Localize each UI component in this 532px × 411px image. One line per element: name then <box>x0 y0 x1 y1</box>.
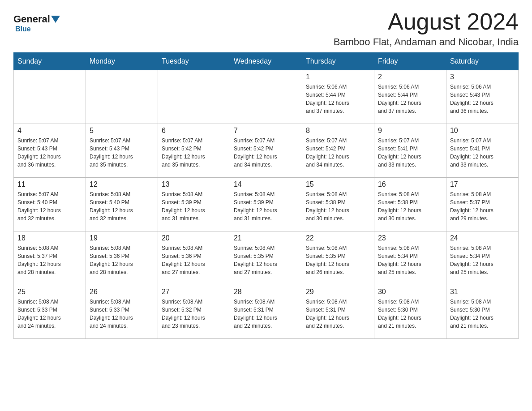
day-info: Sunrise: 5:08 AM Sunset: 5:30 PM Dayligh… <box>378 298 442 330</box>
calendar-cell: 26Sunrise: 5:08 AM Sunset: 5:33 PM Dayli… <box>86 285 158 339</box>
calendar-cell: 3Sunrise: 5:06 AM Sunset: 5:43 PM Daylig… <box>446 70 518 124</box>
calendar-subtitle: Bamboo Flat, Andaman and Nicobar, India <box>334 36 519 48</box>
day-info: Sunrise: 5:07 AM Sunset: 5:40 PM Dayligh… <box>17 190 82 223</box>
day-number: 22 <box>306 234 370 242</box>
day-number: 18 <box>17 234 82 242</box>
weekday-header-saturday: Saturday <box>446 53 518 70</box>
day-info: Sunrise: 5:07 AM Sunset: 5:43 PM Dayligh… <box>90 137 154 169</box>
day-number: 16 <box>378 180 442 188</box>
day-number: 28 <box>234 288 298 296</box>
calendar-cell: 14Sunrise: 5:08 AM Sunset: 5:39 PM Dayli… <box>230 178 302 231</box>
day-info: Sunrise: 5:08 AM Sunset: 5:31 PM Dayligh… <box>306 298 370 330</box>
week-row-3: 11Sunrise: 5:07 AM Sunset: 5:40 PM Dayli… <box>14 178 519 231</box>
calendar-cell: 7Sunrise: 5:07 AM Sunset: 5:42 PM Daylig… <box>230 124 302 178</box>
logo: General Blue <box>13 13 61 33</box>
calendar-cell <box>230 70 302 124</box>
day-info: Sunrise: 5:08 AM Sunset: 5:37 PM Dayligh… <box>17 244 82 276</box>
day-number: 1 <box>306 73 370 81</box>
day-number: 26 <box>90 288 154 296</box>
day-info: Sunrise: 5:07 AM Sunset: 5:42 PM Dayligh… <box>306 137 370 169</box>
weekday-header-thursday: Thursday <box>302 53 374 70</box>
week-row-1: 1Sunrise: 5:06 AM Sunset: 5:44 PM Daylig… <box>14 70 519 124</box>
day-number: 10 <box>450 127 515 135</box>
day-number: 13 <box>162 180 226 188</box>
calendar-cell: 10Sunrise: 5:07 AM Sunset: 5:41 PM Dayli… <box>446 124 518 178</box>
day-info: Sunrise: 5:08 AM Sunset: 5:38 PM Dayligh… <box>306 190 370 223</box>
day-info: Sunrise: 5:06 AM Sunset: 5:44 PM Dayligh… <box>306 83 370 115</box>
day-number: 27 <box>162 288 226 296</box>
day-number: 17 <box>450 180 515 188</box>
calendar-cell: 17Sunrise: 5:08 AM Sunset: 5:37 PM Dayli… <box>446 178 518 231</box>
calendar-cell: 30Sunrise: 5:08 AM Sunset: 5:30 PM Dayli… <box>374 285 446 339</box>
calendar-cell: 5Sunrise: 5:07 AM Sunset: 5:43 PM Daylig… <box>86 124 158 178</box>
calendar-cell: 11Sunrise: 5:07 AM Sunset: 5:40 PM Dayli… <box>14 178 86 231</box>
day-info: Sunrise: 5:08 AM Sunset: 5:33 PM Dayligh… <box>17 298 82 330</box>
day-info: Sunrise: 5:08 AM Sunset: 5:34 PM Dayligh… <box>378 244 442 276</box>
day-number: 3 <box>450 73 515 81</box>
day-number: 4 <box>17 127 82 135</box>
calendar-cell: 28Sunrise: 5:08 AM Sunset: 5:31 PM Dayli… <box>230 285 302 339</box>
calendar-cell: 25Sunrise: 5:08 AM Sunset: 5:33 PM Dayli… <box>14 285 86 339</box>
calendar-cell <box>14 70 86 124</box>
weekday-header-wednesday: Wednesday <box>230 53 302 70</box>
calendar-cell: 24Sunrise: 5:08 AM Sunset: 5:34 PM Dayli… <box>446 231 518 285</box>
calendar-cell: 20Sunrise: 5:08 AM Sunset: 5:36 PM Dayli… <box>158 231 230 285</box>
calendar-cell: 21Sunrise: 5:08 AM Sunset: 5:35 PM Dayli… <box>230 231 302 285</box>
calendar-title: August 2024 <box>334 9 519 34</box>
logo-general-text: General <box>13 13 50 25</box>
day-info: Sunrise: 5:06 AM Sunset: 5:44 PM Dayligh… <box>378 83 442 115</box>
day-number: 23 <box>378 234 442 242</box>
day-info: Sunrise: 5:08 AM Sunset: 5:33 PM Dayligh… <box>90 298 154 330</box>
week-row-2: 4Sunrise: 5:07 AM Sunset: 5:43 PM Daylig… <box>14 124 519 178</box>
day-number: 29 <box>306 288 370 296</box>
calendar-cell: 13Sunrise: 5:08 AM Sunset: 5:39 PM Dayli… <box>158 178 230 231</box>
day-number: 5 <box>90 127 154 135</box>
day-number: 14 <box>234 180 298 188</box>
calendar-cell: 8Sunrise: 5:07 AM Sunset: 5:42 PM Daylig… <box>302 124 374 178</box>
calendar-cell: 18Sunrise: 5:08 AM Sunset: 5:37 PM Dayli… <box>14 231 86 285</box>
week-row-4: 18Sunrise: 5:08 AM Sunset: 5:37 PM Dayli… <box>14 231 519 285</box>
calendar-cell <box>158 70 230 124</box>
calendar-table: SundayMondayTuesdayWednesdayThursdayFrid… <box>13 52 519 339</box>
calendar-cell: 23Sunrise: 5:08 AM Sunset: 5:34 PM Dayli… <box>374 231 446 285</box>
calendar-cell: 31Sunrise: 5:08 AM Sunset: 5:30 PM Dayli… <box>446 285 518 339</box>
day-info: Sunrise: 5:08 AM Sunset: 5:34 PM Dayligh… <box>450 244 515 276</box>
day-number: 21 <box>234 234 298 242</box>
day-number: 12 <box>90 180 154 188</box>
day-number: 15 <box>306 180 370 188</box>
day-number: 20 <box>162 234 226 242</box>
day-info: Sunrise: 5:08 AM Sunset: 5:40 PM Dayligh… <box>90 190 154 223</box>
calendar-cell: 9Sunrise: 5:07 AM Sunset: 5:41 PM Daylig… <box>374 124 446 178</box>
day-info: Sunrise: 5:08 AM Sunset: 5:36 PM Dayligh… <box>162 244 226 276</box>
calendar-cell: 27Sunrise: 5:08 AM Sunset: 5:32 PM Dayli… <box>158 285 230 339</box>
day-number: 2 <box>378 73 442 81</box>
day-number: 25 <box>17 288 82 296</box>
calendar-cell: 1Sunrise: 5:06 AM Sunset: 5:44 PM Daylig… <box>302 70 374 124</box>
calendar-cell: 19Sunrise: 5:08 AM Sunset: 5:36 PM Dayli… <box>86 231 158 285</box>
calendar-cell: 2Sunrise: 5:06 AM Sunset: 5:44 PM Daylig… <box>374 70 446 124</box>
weekday-header-row: SundayMondayTuesdayWednesdayThursdayFrid… <box>14 53 519 70</box>
day-info: Sunrise: 5:08 AM Sunset: 5:30 PM Dayligh… <box>450 298 515 330</box>
calendar-cell: 22Sunrise: 5:08 AM Sunset: 5:35 PM Dayli… <box>302 231 374 285</box>
day-info: Sunrise: 5:07 AM Sunset: 5:42 PM Dayligh… <box>162 137 226 169</box>
weekday-header-tuesday: Tuesday <box>158 53 230 70</box>
day-number: 19 <box>90 234 154 242</box>
calendar-cell <box>86 70 158 124</box>
title-block: August 2024 Bamboo Flat, Andaman and Nic… <box>334 9 519 48</box>
day-number: 31 <box>450 288 515 296</box>
day-info: Sunrise: 5:08 AM Sunset: 5:39 PM Dayligh… <box>234 190 298 223</box>
calendar-cell: 15Sunrise: 5:08 AM Sunset: 5:38 PM Dayli… <box>302 178 374 231</box>
calendar-cell: 12Sunrise: 5:08 AM Sunset: 5:40 PM Dayli… <box>86 178 158 231</box>
day-info: Sunrise: 5:08 AM Sunset: 5:31 PM Dayligh… <box>234 298 298 330</box>
day-info: Sunrise: 5:08 AM Sunset: 5:39 PM Dayligh… <box>162 190 226 223</box>
day-info: Sunrise: 5:07 AM Sunset: 5:42 PM Dayligh… <box>234 137 298 169</box>
day-info: Sunrise: 5:07 AM Sunset: 5:41 PM Dayligh… <box>378 137 442 169</box>
calendar-cell: 6Sunrise: 5:07 AM Sunset: 5:42 PM Daylig… <box>158 124 230 178</box>
week-row-5: 25Sunrise: 5:08 AM Sunset: 5:33 PM Dayli… <box>14 285 519 339</box>
calendar-cell: 29Sunrise: 5:08 AM Sunset: 5:31 PM Dayli… <box>302 285 374 339</box>
day-info: Sunrise: 5:06 AM Sunset: 5:43 PM Dayligh… <box>450 83 515 115</box>
day-number: 9 <box>378 127 442 135</box>
logo-arrow-icon <box>51 16 60 23</box>
day-info: Sunrise: 5:08 AM Sunset: 5:36 PM Dayligh… <box>90 244 154 276</box>
weekday-header-sunday: Sunday <box>14 53 86 70</box>
